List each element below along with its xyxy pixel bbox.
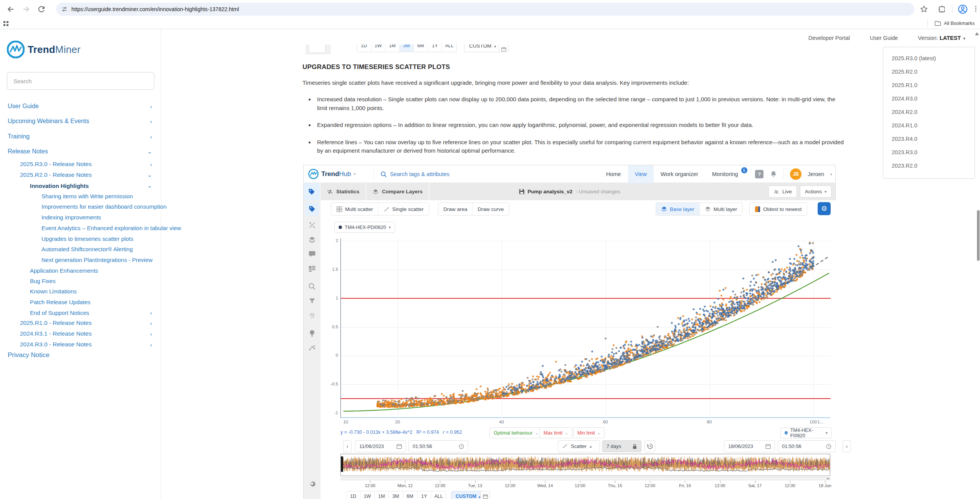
- sidebar-item[interactable]: Upgrades to timeseries scatter plots: [0, 233, 161, 244]
- tag-icon[interactable]: [305, 203, 319, 216]
- chevron-right-icon[interactable]: ›: [150, 319, 152, 326]
- trendhub-logo[interactable]: TrendHub ▾: [308, 169, 356, 179]
- sidebar-item[interactable]: Event Analytics – Enhanced exploration i…: [0, 222, 161, 233]
- history-button[interactable]: [645, 440, 655, 452]
- context-scroll-rail[interactable]: [340, 477, 830, 480]
- range-button-1m[interactable]: 1M: [375, 491, 389, 499]
- range-button-6m[interactable]: 6M: [403, 491, 417, 499]
- range-button-1y[interactable]: 1Y: [417, 491, 431, 499]
- version-option[interactable]: 2025.R3.0 (latest): [883, 52, 975, 65]
- lightbulb-tool-icon[interactable]: [305, 327, 319, 340]
- chevron-right-icon[interactable]: ›: [150, 118, 152, 124]
- range-button-all[interactable]: ALL: [442, 44, 456, 52]
- sidebar-item[interactable]: Next generation PlantIntegrations - Prev…: [0, 254, 161, 265]
- node-graph-tool-icon[interactable]: [305, 341, 319, 354]
- start-time-field[interactable]: 01:50:56: [408, 440, 468, 452]
- sidebar-item[interactable]: 2024.R3.0 - Release Notes›: [0, 339, 161, 349]
- sidebar-item[interactable]: Sharing items with Write permission: [0, 191, 161, 201]
- comment-tool-icon[interactable]: [305, 248, 319, 261]
- duration-field[interactable]: 7 days: [602, 440, 641, 452]
- range-button-1w[interactable]: 1W: [360, 491, 375, 499]
- sidebar-item[interactable]: 2025.R3.0 - Release Notes›: [0, 159, 161, 169]
- chevron-down-icon[interactable]: ⌄: [147, 148, 152, 155]
- range-button-1d[interactable]: 1D: [357, 44, 371, 52]
- settings-tool-icon[interactable]: [305, 477, 319, 490]
- end-date-field[interactable]: 18/06/2023: [724, 440, 775, 452]
- sidebar-item[interactable]: Release Notes⌄: [0, 146, 161, 156]
- chevron-right-icon[interactable]: ›: [150, 309, 152, 316]
- version-option[interactable]: 2024.R3.0: [883, 92, 975, 105]
- reference-chip-optimal-behaviour[interactable]: Optimal behaviour⌄: [489, 427, 542, 438]
- version-option[interactable]: 2023.R2.0: [883, 159, 975, 173]
- profile-avatar-icon[interactable]: [958, 4, 968, 14]
- sidebar-item[interactable]: Application Enhancements: [0, 265, 161, 275]
- sidebar-item[interactable]: Innovation Highlights⌄: [0, 180, 161, 191]
- reference-chip-min-limit[interactable]: Min limit⌄: [573, 427, 605, 438]
- statistics-button[interactable]: Statistics: [321, 183, 366, 200]
- sidebar-item[interactable]: 2025.R1.0 - Release Notes›: [0, 318, 161, 328]
- search-tool-icon[interactable]: [305, 280, 319, 293]
- version-option[interactable]: 2023.R3.0: [883, 146, 975, 159]
- version-selector[interactable]: Version: LATEST ▼: [918, 35, 966, 41]
- document-title[interactable]: Pump analysis_v2 - Unsaved changes: [519, 183, 620, 200]
- end-time-field[interactable]: 01:50:56: [778, 440, 836, 452]
- user-avatar[interactable]: JB: [790, 168, 802, 180]
- range-calendar-button[interactable]: [480, 491, 490, 499]
- th-nav-monitoring[interactable]: Monitoring5: [705, 165, 748, 183]
- cropped-custom-button[interactable]: CUSTOM▴: [464, 44, 501, 52]
- th-nav-view[interactable]: View: [628, 165, 654, 183]
- sidebar-item[interactable]: Training›: [0, 131, 161, 142]
- reload-icon[interactable]: [37, 5, 46, 14]
- filter-tool-icon[interactable]: [305, 295, 319, 308]
- trendminer-logo[interactable]: TrendMiner: [7, 41, 81, 58]
- version-option[interactable]: 2025.R1.0: [883, 79, 975, 92]
- chart-mode-button[interactable]: Scatter ▴: [558, 440, 600, 452]
- bell-icon[interactable]: [770, 170, 777, 178]
- range-button-1m[interactable]: 1M: [385, 44, 400, 52]
- chevron-right-icon[interactable]: ›: [150, 103, 152, 109]
- grid-layout-tool-icon[interactable]: [305, 262, 319, 275]
- reference-chip-max-limit[interactable]: Max limit⌄: [539, 427, 572, 438]
- back-icon[interactable]: [6, 5, 15, 14]
- fingerprint-tool-icon[interactable]: [305, 309, 319, 322]
- sidebar-item[interactable]: 2025.R2.0 - Release Notes⌄: [0, 170, 161, 180]
- single-scatter-button[interactable]: Single scatter: [378, 203, 429, 215]
- chevron-right-icon[interactable]: ›: [150, 341, 152, 347]
- user-name[interactable]: Jeroen: [808, 171, 824, 177]
- apps-grid-icon[interactable]: [3, 21, 9, 27]
- oldest-to-newest-button[interactable]: Oldest to newest: [750, 203, 807, 215]
- x-axis-tag-chip[interactable]: TM4-HEX-FI0620 ▾: [780, 427, 832, 438]
- draw-curve-button[interactable]: Draw curve: [473, 203, 509, 215]
- start-date-field[interactable]: 11/06/2023: [355, 440, 406, 452]
- range-button-1w[interactable]: 1W: [371, 44, 385, 52]
- base-layer-button[interactable]: Base layer: [656, 203, 700, 215]
- live-toggle[interactable]: Live: [768, 186, 797, 198]
- sidebar-item[interactable]: Known Limitations: [0, 286, 161, 296]
- search-input[interactable]: [7, 72, 154, 90]
- chart-settings-button[interactable]: ⚙: [818, 202, 831, 215]
- extensions-icon[interactable]: [937, 5, 946, 13]
- multi-scatter-button[interactable]: Multi scatter: [331, 203, 378, 215]
- version-option[interactable]: 2024.R2.0: [883, 105, 975, 119]
- kebab-menu-icon[interactable]: [972, 5, 980, 13]
- url-bar[interactable]: https://userguide.trendminer.com/en/inno…: [56, 3, 914, 16]
- range-button-all[interactable]: ALL: [431, 491, 446, 499]
- compare-layers-button[interactable]: Compare Layers: [366, 183, 430, 200]
- actions-button[interactable]: Actions ▾: [800, 186, 831, 198]
- scatter-plot-area[interactable]: [340, 238, 830, 418]
- version-option[interactable]: 2023.R4.0: [883, 132, 975, 146]
- shift-left-button[interactable]: ‹: [343, 440, 352, 452]
- sidebar-item[interactable]: Upcoming Webinars & Events›: [0, 116, 161, 126]
- tag-tool-selected[interactable]: [304, 183, 321, 200]
- shift-right-button[interactable]: ›: [843, 440, 851, 452]
- scrollbar-up-arrow[interactable]: [975, 32, 979, 35]
- drag-handle-icon[interactable]: [827, 478, 830, 479]
- version-option[interactable]: 2025.R2.0: [883, 65, 975, 79]
- page-scrollbar-thumb[interactable]: [977, 210, 980, 261]
- chevron-right-icon[interactable]: ›: [150, 330, 152, 337]
- version-option[interactable]: 2024.R1.0: [883, 119, 975, 132]
- y-axis-tag-chip[interactable]: TM4-HEX-PDI0620 ▾: [334, 222, 395, 233]
- context-timeline-chart[interactable]: [340, 454, 830, 476]
- privacy-notice-link[interactable]: Privacy Notice: [8, 351, 50, 359]
- sidebar-item[interactable]: Patch Release Updates: [0, 296, 161, 307]
